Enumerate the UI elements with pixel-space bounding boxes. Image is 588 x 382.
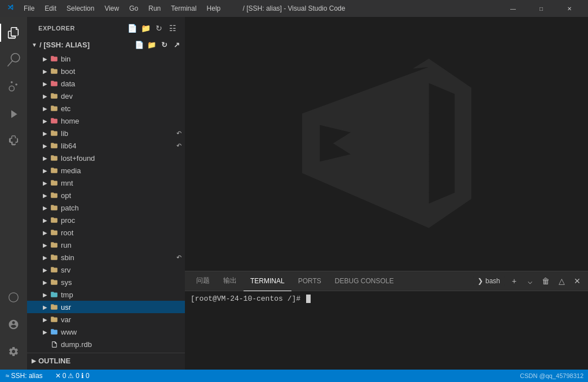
- tree-root[interactable]: ▼ / [SSH: ALIAS] 📄 📁 ↻ ↗: [27, 37, 185, 52]
- refresh-icon[interactable]: ↻: [159, 39, 169, 50]
- menu-run[interactable]: Run: [144, 3, 165, 14]
- tree-item-media[interactable]: ▶media: [27, 164, 185, 177]
- kill-terminal-button[interactable]: 🗑: [540, 275, 552, 287]
- tree-arrow: ▶: [41, 302, 50, 311]
- open-remote-icon[interactable]: ↗: [171, 39, 182, 50]
- sidebar: EXPLORER 📄 📁 ↻ ☷ ▼ / [SSH: ALIAS] 📄 📁 ↻ …: [27, 17, 185, 370]
- menu-go[interactable]: Go: [125, 3, 143, 14]
- tree-item-srv[interactable]: ▶srv: [27, 264, 185, 276]
- tree-arrow: ▶: [41, 141, 50, 150]
- activity-extensions[interactable]: [0, 128, 27, 155]
- menu-selection[interactable]: Selection: [62, 3, 99, 14]
- tab-debug-console[interactable]: DEBUG CONSOLE: [328, 271, 401, 291]
- tree-item-lost-found[interactable]: ▶lost+found: [27, 152, 185, 164]
- tree-item-usr[interactable]: ▶usr: [27, 301, 185, 313]
- tree-item-mnt[interactable]: ▶mnt: [27, 177, 185, 189]
- collapse-all-button[interactable]: ☷: [167, 23, 178, 34]
- activity-search[interactable]: [0, 46, 27, 73]
- tree-arrow: ▶: [41, 240, 50, 249]
- terminal-body[interactable]: [root@VM-24-10-centos /]#: [185, 291, 588, 370]
- tree-item-var[interactable]: ▶var: [27, 313, 185, 326]
- tab-ports[interactable]: PORTS: [291, 271, 328, 291]
- editor-area: 问题 输出 TERMINAL PORTS DEBUG CONSOLE ❯ bas…: [185, 17, 588, 370]
- tree-item-label: sys: [61, 278, 185, 287]
- tree-item-dump-rdb[interactable]: dump.rdb: [27, 338, 185, 350]
- sidebar-header: EXPLORER 📄 📁 ↻ ☷: [27, 17, 185, 37]
- menu-view[interactable]: View: [100, 3, 123, 14]
- tab-terminal[interactable]: TERMINAL: [244, 271, 291, 291]
- new-file-button[interactable]: 📄: [126, 23, 138, 34]
- tree-item-opt[interactable]: ▶opt: [27, 189, 185, 201]
- folder-icon: [50, 203, 59, 212]
- tree-item-etc[interactable]: ▶etc: [27, 102, 185, 115]
- activity-remote[interactable]: [0, 284, 27, 311]
- close-button[interactable]: ✕: [556, 0, 582, 17]
- activity-run-debug[interactable]: [0, 100, 27, 128]
- activity-explorer[interactable]: [0, 19, 27, 46]
- add-terminal-button[interactable]: +: [508, 275, 520, 287]
- tree-arrow: ▶: [41, 116, 50, 125]
- outline-section[interactable]: ▶ OUTLINE: [27, 353, 185, 368]
- warning-icon: ⚠: [68, 372, 74, 380]
- tree-item-run[interactable]: ▶run: [27, 239, 185, 251]
- new-file-icon[interactable]: 📄: [134, 39, 144, 50]
- watermark-text: CSDN @qq_45798312: [520, 372, 583, 379]
- folder-icon: [50, 240, 59, 249]
- tab-problems[interactable]: 问题: [189, 271, 216, 291]
- terminal-prompt: [root@VM-24-10-centos /]#: [191, 295, 300, 303]
- folder-icon: [50, 253, 59, 262]
- menu-help[interactable]: Help: [202, 3, 226, 14]
- menu-edit[interactable]: Edit: [40, 3, 61, 14]
- minimize-button[interactable]: —: [500, 0, 526, 17]
- refresh-button[interactable]: ↻: [153, 23, 165, 34]
- terminal-dropdown-button[interactable]: ⌵: [524, 275, 536, 287]
- close-panel-button[interactable]: ✕: [571, 275, 583, 287]
- tree-item-label: patch: [61, 204, 185, 212]
- tree-item-label: home: [61, 117, 185, 125]
- tree-item-dev[interactable]: ▶dev: [27, 90, 185, 102]
- tree-item-label: mnt: [61, 179, 185, 187]
- maximize-button[interactable]: □: [528, 0, 554, 17]
- activity-settings[interactable]: [0, 338, 27, 365]
- tree-item-label: lib64: [61, 142, 176, 150]
- tree-item-www[interactable]: ▶www: [27, 326, 185, 338]
- tree-item-label: boot: [61, 67, 185, 76]
- tree-item-sbin[interactable]: ▶sbin↶: [27, 251, 185, 264]
- tree-item-patch[interactable]: ▶patch: [27, 201, 185, 214]
- new-folder-icon[interactable]: 📁: [147, 39, 157, 50]
- error-count: 0: [63, 372, 67, 380]
- terminal-icon: ❯: [478, 277, 483, 285]
- menu-file[interactable]: File: [19, 3, 39, 14]
- tree-item-lib[interactable]: ▶lib↶: [27, 127, 185, 139]
- tab-output[interactable]: 输出: [216, 271, 244, 291]
- maximize-panel-button[interactable]: △: [555, 275, 568, 287]
- tree-item-data[interactable]: ▶data: [27, 77, 185, 90]
- error-icon: ✕: [55, 372, 61, 380]
- errors-status[interactable]: ✕ 0 ⚠ 0 ℹ 0: [53, 370, 92, 382]
- tree-item-bin[interactable]: ▶bin: [27, 52, 185, 65]
- terminal-shell-selector[interactable]: ❯ bash: [473, 276, 505, 286]
- folder-icon: [50, 191, 59, 200]
- tree-arrow: ▶: [41, 79, 50, 88]
- terminal-cursor: [306, 295, 311, 303]
- tree-item-root[interactable]: ▶root: [27, 226, 185, 239]
- tree-item-boot[interactable]: ▶boot: [27, 65, 185, 77]
- file-icon: [50, 340, 59, 349]
- activity-account[interactable]: [0, 311, 27, 338]
- new-folder-button[interactable]: 📁: [140, 23, 151, 34]
- tree-arrow: ▶: [41, 166, 50, 175]
- tree-item-home[interactable]: ▶home: [27, 115, 185, 127]
- tree-item-label: dev: [61, 92, 185, 100]
- tree-item-proc[interactable]: ▶proc: [27, 214, 185, 226]
- terminal-panel: 问题 输出 TERMINAL PORTS DEBUG CONSOLE ❯ bas…: [185, 271, 588, 370]
- remote-status[interactable]: ≈ SSH: alias: [0, 370, 48, 382]
- activity-source-control[interactable]: [0, 73, 27, 100]
- menu-terminal[interactable]: Terminal: [166, 3, 201, 14]
- tree-item-lib64[interactable]: ▶lib64↶: [27, 139, 185, 152]
- status-bar-left: ≈ SSH: alias ✕ 0 ⚠ 0 ℹ 0: [5, 370, 92, 382]
- warning-count: 0: [76, 372, 79, 380]
- tree-item-label: lib: [61, 129, 176, 138]
- tree-item-tmp[interactable]: ▶tmp: [27, 288, 185, 301]
- tree-item-label: bin: [61, 55, 185, 63]
- tree-item-sys[interactable]: ▶sys: [27, 276, 185, 288]
